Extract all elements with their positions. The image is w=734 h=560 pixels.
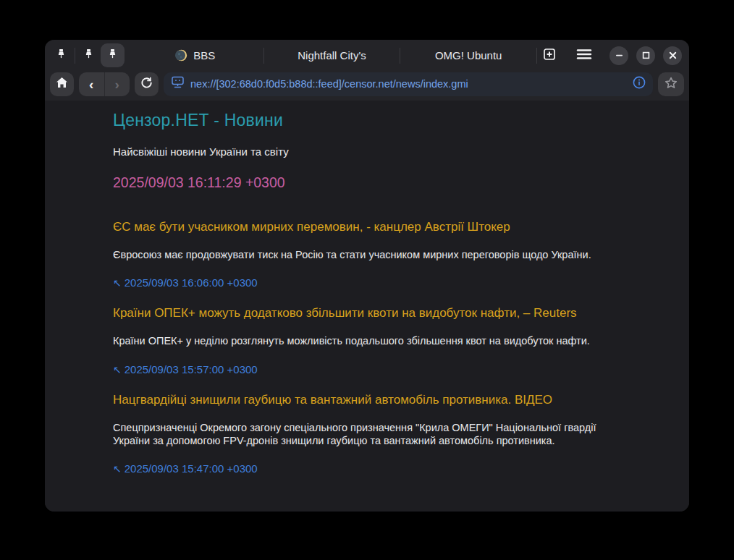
link-arrow-icon: ↖	[113, 463, 122, 475]
news-timestamp-link[interactable]: ↖2025/09/03 15:47:00 +0300	[113, 462, 620, 475]
feed-updated-timestamp: 2025/09/03 16:11:29 +0300	[113, 174, 620, 191]
page-subtitle: Найсвіжіші новини України та світу	[113, 145, 620, 158]
bookmark-button[interactable]	[658, 72, 684, 96]
pinned-tab-3-active[interactable]	[101, 43, 125, 67]
tab-omg-ubuntu[interactable]: OMG! Ubuntu	[400, 40, 536, 71]
maximize-button[interactable]	[636, 46, 655, 65]
back-icon: ‹	[89, 77, 93, 91]
back-button[interactable]: ‹	[79, 72, 104, 96]
new-tab-icon	[542, 47, 557, 64]
tab-bbs[interactable]: BBS	[127, 40, 263, 71]
tab-label: BBS	[193, 49, 215, 61]
moon-icon	[175, 49, 187, 61]
browser-window: BBS Nightfall City's OMG! Ubuntu	[45, 40, 689, 512]
news-title: Нацгвардійці знищили гаубицю та вантажни…	[113, 393, 620, 407]
home-button[interactable]	[50, 72, 74, 96]
maximize-icon	[642, 49, 650, 62]
close-icon	[669, 49, 677, 62]
tab-label: Nightfall City's	[298, 49, 366, 61]
link-arrow-icon: ↖	[113, 277, 122, 289]
forward-icon: ›	[115, 77, 119, 91]
page-title: Цензор.НЕТ - Новини	[113, 111, 620, 130]
news-body: Країни ОПЕК+ у неділю розглянуть можливі…	[113, 334, 605, 347]
url-text[interactable]: nex://[302:68d0:f0d5:b88d::feed]/censor.…	[190, 78, 627, 90]
news-title: ЄС має бути учасником мирних перемовин, …	[113, 220, 620, 234]
link-arrow-icon: ↖	[113, 364, 122, 376]
menu-button[interactable]	[572, 43, 596, 68]
forward-button[interactable]: ›	[105, 72, 130, 96]
pin-icon	[83, 48, 94, 62]
history-nav-group: ‹ ›	[79, 72, 130, 96]
minimize-button[interactable]	[609, 46, 628, 65]
tab-bar: BBS Nightfall City's OMG! Ubuntu	[45, 40, 689, 71]
news-item: Країни ОПЕК+ можуть додатково збільшити …	[113, 306, 620, 375]
navigation-bar: ‹ ›	[45, 71, 689, 101]
tab-strip: BBS Nightfall City's OMG! Ubuntu	[127, 40, 537, 71]
star-icon	[665, 77, 678, 92]
pin-icon	[56, 48, 67, 62]
news-body: Спецпризначенці Окремого загону спеціаль…	[113, 421, 605, 448]
site-terminal-icon	[171, 76, 185, 92]
hamburger-icon	[576, 48, 592, 63]
url-bar[interactable]: nex://[302:68d0:f0d5:b88d::feed]/censor.…	[164, 72, 653, 96]
news-timestamp-link[interactable]: ↖2025/09/03 15:57:00 +0300	[113, 363, 620, 376]
page-info-icon[interactable]	[633, 76, 646, 92]
news-title: Країни ОПЕК+ можуть додатково збільшити …	[113, 306, 620, 321]
news-link-label: 2025/09/03 15:57:00 +0300	[125, 363, 258, 376]
news-item: Нацгвардійці знищили гаубицю та вантажни…	[113, 393, 620, 475]
news-item: ЄС має бути учасником мирних перемовин, …	[113, 220, 620, 289]
tab-label: OMG! Ubuntu	[435, 49, 502, 61]
minimize-icon	[615, 49, 623, 62]
new-tab-button[interactable]	[537, 43, 562, 68]
reload-icon	[140, 77, 153, 92]
pinned-tab-1[interactable]	[49, 43, 73, 67]
close-button[interactable]	[663, 46, 682, 65]
news-body: Євросоюз має продовжувати тиск на Росію …	[113, 248, 605, 261]
news-link-label: 2025/09/03 15:47:00 +0300	[125, 462, 258, 475]
news-timestamp-link[interactable]: ↖2025/09/03 16:06:00 +0300	[113, 276, 620, 289]
tabbar-divider	[75, 48, 75, 64]
home-icon	[56, 77, 68, 91]
pinned-tab-2[interactable]	[77, 43, 101, 67]
page-content: Цензор.НЕТ - Новини Найсвіжіші новини Ук…	[45, 101, 689, 512]
reload-button[interactable]	[135, 72, 159, 96]
tab-nightfall-citys[interactable]: Nightfall City's	[264, 40, 400, 71]
news-link-label: 2025/09/03 16:06:00 +0300	[125, 276, 258, 289]
pin-icon	[107, 48, 118, 62]
